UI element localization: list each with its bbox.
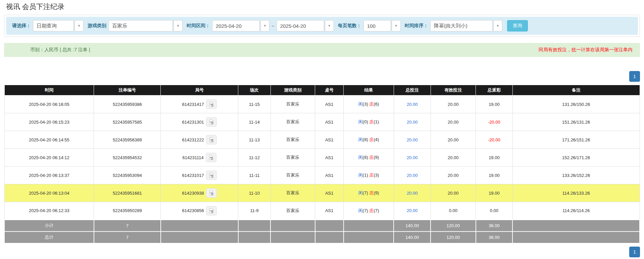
total-bet-cell: 20.00 [394, 184, 431, 202]
subtotal-valid-bet: 120.00 [431, 220, 476, 232]
game-type-cell: 百家乐 [270, 202, 315, 220]
bet-id-cell: 522435959386 [94, 95, 161, 113]
payout-cell: 19.00 [476, 95, 513, 113]
video-icon-button[interactable] [206, 171, 217, 180]
query-type-value[interactable]: 日期查询 [33, 20, 74, 31]
bet-id-cell: 522435956389 [94, 131, 161, 149]
page-1-button[interactable]: 1 [629, 247, 640, 257]
chevron-down-icon[interactable]: ▼ [392, 20, 401, 31]
date-from-picker[interactable]: 2025-04-20 ▼ [212, 20, 269, 31]
game-type-cell: 百家乐 [270, 149, 315, 167]
result-cell: 闲(1) 庄(3) [344, 167, 394, 184]
subtotal-row: 小计 7 140.00 120.00 36.00 [4, 220, 640, 232]
query-type-label: 请选择： [12, 23, 31, 29]
player-result-value: (7) [363, 190, 368, 195]
note-cell: 152.26/171.26 [512, 149, 640, 167]
valid-bet-cell: 20.00 [431, 167, 476, 184]
chevron-down-icon[interactable]: ▼ [260, 20, 269, 31]
video-icon-button[interactable] [206, 188, 217, 198]
banker-result-value: (4) [374, 137, 379, 142]
round-id-value: 614231017 [182, 173, 204, 178]
note-cell: 133.26/152.26 [512, 167, 640, 184]
time-range-label: 时间区间： [187, 23, 210, 29]
chevron-down-icon[interactable]: ▼ [174, 20, 183, 31]
col-header-time: 时间 [4, 85, 94, 95]
total-bet-link[interactable]: 20.00 [407, 208, 418, 213]
per-page-label: 每页笔数： [338, 23, 361, 29]
time-cell: 2025-04-20 06:13:37 [4, 167, 94, 184]
date-to-picker[interactable]: 2025-04-20 ▼ [277, 20, 334, 31]
per-page-value[interactable]: 100 [363, 20, 391, 31]
film-icon [209, 208, 214, 213]
query-button[interactable]: 查询 [507, 20, 528, 31]
video-icon-button[interactable] [206, 153, 216, 162]
chevron-down-icon[interactable]: ▼ [75, 20, 84, 31]
col-header-game-type: 游戏类别 [270, 85, 315, 95]
video-icon-button[interactable] [206, 206, 217, 215]
video-icon-button[interactable] [206, 135, 217, 144]
time-cell: 2025-04-20 06:14:55 [4, 131, 94, 149]
banker-result-value: (1) [374, 119, 379, 124]
time-cell: 2025-04-20 06:14:12 [4, 149, 94, 167]
payout-cell: -20.00 [476, 131, 513, 149]
pagination-bottom: 1 [4, 247, 640, 257]
date-from-value[interactable]: 2025-04-20 [212, 20, 260, 31]
video-icon-button[interactable] [206, 100, 217, 109]
total-bet-link[interactable]: 20.00 [407, 155, 418, 160]
banker-result-label: 庄 [369, 190, 374, 195]
filter-bar: 请选择： 日期查询 ▼ 游戏类别 百家乐 ▼ 时间区间： 2025-04-20 … [6, 17, 638, 35]
round-id-value: 614231222 [182, 137, 204, 142]
table-no-cell: AS1 [315, 149, 344, 167]
banker-result-label: 庄 [369, 208, 374, 213]
subtotal-payout: 36.00 [476, 220, 513, 232]
banker-result-value: (9) [374, 155, 379, 160]
banker-result-value: (9) [374, 190, 379, 195]
valid-bet-cell: 20.00 [431, 95, 476, 113]
total-bet-link[interactable]: 20.00 [407, 191, 418, 196]
date-to-value[interactable]: 2025-04-20 [277, 20, 324, 31]
round-id-value: 614230938 [182, 191, 204, 196]
film-icon [208, 155, 214, 160]
time-cell: 2025-04-20 06:13:04 [4, 184, 94, 202]
round-id-cell: 614231301 [161, 113, 238, 131]
time-cell: 2025-04-20 06:16:05 [4, 95, 94, 113]
player-result-label: 闲 [358, 173, 363, 178]
col-header-session: 场次 [238, 85, 271, 95]
table-no-cell: AS1 [315, 131, 344, 149]
page-title: 视讯 会员下注纪录 [4, 0, 640, 15]
valid-bet-cell: 20.00 [431, 149, 476, 167]
valid-bet-cell: 20.00 [431, 131, 476, 149]
time-sort-select[interactable]: 降幂(由大到小) ▼ [430, 20, 502, 31]
round-id-value: 614231114 [183, 155, 204, 160]
video-icon-button[interactable] [206, 117, 217, 127]
chevron-down-icon[interactable]: ▼ [493, 20, 502, 31]
per-page-select[interactable]: 100 ▼ [363, 20, 401, 31]
page-1-button[interactable]: 1 [629, 71, 640, 82]
total-bet-link[interactable]: 20.00 [407, 173, 418, 178]
payout-cell: -20.00 [476, 113, 513, 131]
subtotal-count: 7 [94, 220, 161, 232]
chevron-down-icon[interactable]: ▼ [325, 20, 334, 31]
table-row: 2025-04-20 06:13:37 522435953094 6142310… [4, 167, 640, 184]
bet-id-cell: 522435954532 [94, 149, 161, 167]
table-no-cell: AS1 [315, 95, 344, 113]
game-type-select[interactable]: 百家乐 ▼ [108, 20, 183, 31]
col-header-bet-id: 注单编号 [94, 85, 161, 95]
query-type-select[interactable]: 日期查询 ▼ [33, 20, 84, 31]
time-sort-value[interactable]: 降幂(由大到小) [430, 20, 493, 31]
total-total-bet: 140.00 [394, 232, 431, 243]
game-type-value[interactable]: 百家乐 [108, 20, 173, 31]
round-id-value: 614230856 [182, 208, 204, 213]
game-type-cell: 百家乐 [270, 95, 315, 113]
total-count: 7 [94, 232, 161, 243]
col-header-table-no: 桌号 [315, 85, 344, 95]
total-bet-link[interactable]: 20.00 [407, 137, 418, 142]
subtotal-label: 小计 [4, 220, 94, 232]
round-id-value: 614231417 [182, 102, 204, 107]
player-result-label: 闲 [358, 119, 363, 124]
total-bet-link[interactable]: 20.00 [407, 102, 418, 107]
player-result-label: 闲 [358, 137, 363, 142]
banker-result-value: (7) [374, 208, 379, 213]
total-bet-link[interactable]: 20.00 [407, 120, 418, 125]
round-id-cell: 614231017 [161, 167, 238, 184]
